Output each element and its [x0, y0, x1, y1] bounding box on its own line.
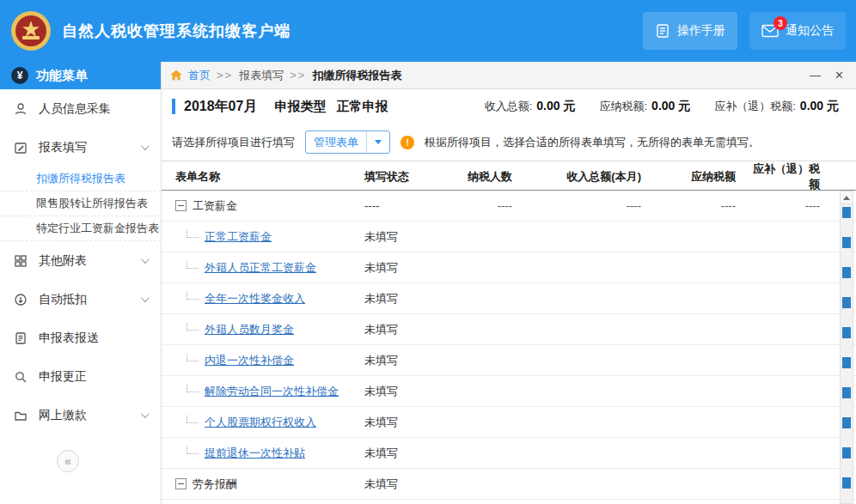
tax-payable-stat: 应纳税额: 0.00 元: [599, 99, 690, 114]
tree-connector: [186, 446, 199, 454]
tree-connector: [186, 229, 199, 238]
manual-button[interactable]: 操作手册: [643, 12, 737, 50]
tree-connector: [186, 291, 199, 300]
tree-connector: [186, 353, 199, 361]
forms-table: 表单名称 填写状态 纳税人数 收入总额(本月) 应纳税额 应补（退）税额 工资薪…: [162, 161, 856, 504]
tree-connector: [186, 384, 199, 392]
form-link[interactable]: 全年一次性奖金收入: [205, 291, 305, 307]
sidebar-item-label: 自动抵扣: [39, 292, 87, 307]
sidebar-item-online-payment[interactable]: 网上缴款: [0, 396, 161, 434]
column-header-tax-payable: 应纳税额: [653, 169, 748, 185]
sidebar-subitem-specific-industry-report[interactable]: 特定行业工资薪金报告表: [0, 216, 161, 241]
form-link[interactable]: 外籍人员数月奖金: [205, 322, 294, 337]
sidebar-item-declaration-correction[interactable]: 申报更正: [0, 357, 161, 396]
chevron-down-icon: [141, 255, 150, 264]
status-cell: 未填写: [358, 229, 449, 245]
column-header-taxpayer-count: 纳税人数: [449, 169, 524, 185]
tree-connector: [186, 322, 199, 331]
national-emblem-logo: [10, 10, 52, 52]
top-header-bar: 自然人税收管理系统扣缴客户端 操作手册 3: [0, 0, 856, 62]
vertical-scrollbar[interactable]: [840, 191, 853, 504]
form-link[interactable]: 提前退休一次性补贴: [205, 446, 305, 461]
main-area: 首页 >> 报表填写 >> 扣缴所得税报告表 — ✕ 2018年07月 申报类型…: [162, 62, 856, 504]
dropdown-divider: [366, 131, 367, 153]
minimize-icon[interactable]: —: [810, 69, 821, 82]
notice-button-label: 通知公告: [786, 23, 834, 39]
table-group-row-salary: 工资薪金 ---- ---- ---- ---- ----: [162, 191, 856, 222]
sidebar: ¥ 功能菜单 人员信息采集 报表填写 扣缴所得税报告表 限售股转让所得报告表 特…: [0, 62, 162, 504]
sidebar-item-label: 网上缴款: [39, 408, 87, 423]
title-accent-bar: [172, 99, 175, 114]
form-link[interactable]: 解除劳动合同一次性补偿金: [205, 384, 339, 399]
panel-controls: — ✕: [810, 69, 847, 82]
declaration-type-value: 正常申报: [336, 99, 388, 115]
table-row: 内退一次性补偿金 未填写: [162, 345, 856, 376]
sidebar-item-report-submission[interactable]: 申报表报送: [0, 319, 161, 357]
table-header-row: 表单名称 填写状态 纳税人数 收入总额(本月) 应纳税额 应补（退）税额: [162, 161, 856, 191]
form-link[interactable]: 个人股票期权行权收入: [205, 415, 316, 430]
table-row: 提前退休一次性补贴 未填写: [162, 438, 856, 469]
group-name: 劳务报酬: [193, 477, 237, 492]
form-toolbar: 请选择所得项目进行填写 管理表单 ! 根据所得项目，选择合适的所得表单填写，无所…: [162, 124, 856, 161]
sidebar-subitem-restricted-shares-report[interactable]: 限售股转让所得报告表: [0, 191, 161, 216]
form-link[interactable]: 外籍人员正常工资薪金: [205, 260, 316, 276]
status-cell: 未填写: [358, 477, 449, 492]
tree-connector: [186, 260, 199, 269]
auto-deduct-icon: [14, 293, 28, 307]
table-row: 全年一次性奖金收入 未填写: [162, 283, 856, 314]
manage-forms-dropdown[interactable]: 管理表单: [305, 131, 390, 154]
sidebar-subitem-label: 限售股转让所得报告表: [36, 196, 148, 211]
breadcrumb-section: 报表填写: [239, 68, 284, 83]
form-filling-hint: 根据所得项目，选择合适的所得表单填写，无所得的表单无需填写。: [425, 135, 760, 150]
sidebar-item-personnel-info[interactable]: 人员信息采集: [0, 89, 161, 128]
declaration-title-row: 2018年07月 申报类型 正常申报 收入总额: 0.00 元 应纳税额: 0.…: [162, 89, 856, 124]
breadcrumb: 首页 >> 报表填写 >> 扣缴所得税报告表 — ✕: [162, 62, 856, 89]
form-link[interactable]: 内退一次性补偿金: [205, 353, 294, 368]
scrollbar-track[interactable]: [842, 207, 851, 503]
breadcrumb-home-link[interactable]: 首页: [188, 68, 211, 83]
income-cell: ----: [524, 199, 653, 212]
sidebar-item-other-schedules[interactable]: 其他附表: [0, 241, 161, 280]
yen-icon: ¥: [11, 67, 28, 84]
status-cell: 未填写: [358, 415, 449, 430]
notice-button[interactable]: 3 通知公告: [749, 12, 846, 50]
sidebar-item-label: 人员信息采集: [39, 101, 111, 117]
summary-stats: 收入总额: 0.00 元 应纳税额: 0.00 元 应补（退）税额: 0.00 …: [485, 99, 846, 114]
form-link[interactable]: 正常工资薪金: [205, 229, 272, 245]
report-send-icon: [14, 331, 28, 345]
taxpayer-count-cell: ----: [449, 199, 524, 212]
breadcrumb-separator: >>: [217, 69, 233, 82]
column-header-fill-status: 填写状态: [358, 169, 449, 185]
manual-button-label: 操作手册: [677, 23, 725, 39]
collapse-node-icon[interactable]: [175, 478, 186, 489]
table-row: 正常工资薪金 未填写: [162, 222, 856, 252]
caret-down-icon: [375, 140, 382, 144]
stat-label: 应纳税额:: [599, 99, 647, 114]
column-header-total-income: 收入总额(本月): [524, 169, 653, 185]
sidebar-collapse-button[interactable]: «: [57, 450, 79, 472]
sidebar-subitem-withholding-tax-report[interactable]: 扣缴所得税报告表: [0, 167, 161, 191]
table-group-row-labor: 劳务报酬 未填写: [162, 469, 856, 500]
edit-form-icon: [14, 141, 28, 155]
scroll-up-arrow-icon[interactable]: [841, 191, 853, 204]
app-title: 自然人税收管理系统扣缴客户端: [62, 21, 290, 41]
top-actions: 操作手册 3 通知公告: [643, 12, 846, 50]
sidebar-header: ¥ 功能菜单: [0, 62, 161, 89]
table-row: 个人股票期权行权收入 未填写: [162, 407, 856, 438]
search-icon: [14, 370, 28, 384]
chevron-down-icon: [141, 142, 150, 150]
status-cell: 未填写: [358, 384, 449, 399]
sidebar-item-form-filling[interactable]: 报表填写: [0, 128, 161, 167]
folder-icon: [14, 409, 28, 422]
sidebar-item-auto-deduction[interactable]: 自动抵扣: [0, 280, 161, 319]
status-cell: ----: [358, 199, 449, 212]
close-icon[interactable]: ✕: [835, 69, 844, 82]
group-name: 工资薪金: [193, 198, 237, 214]
collapse-node-icon[interactable]: [175, 200, 186, 211]
stat-value: 0.00 元: [800, 99, 839, 114]
sidebar-item-label: 申报表报送: [39, 331, 99, 346]
status-cell: 未填写: [358, 322, 449, 337]
sidebar-header-label: 功能菜单: [36, 68, 88, 84]
tree-connector: [186, 415, 199, 423]
declaration-type-label: 申报类型: [274, 99, 326, 115]
